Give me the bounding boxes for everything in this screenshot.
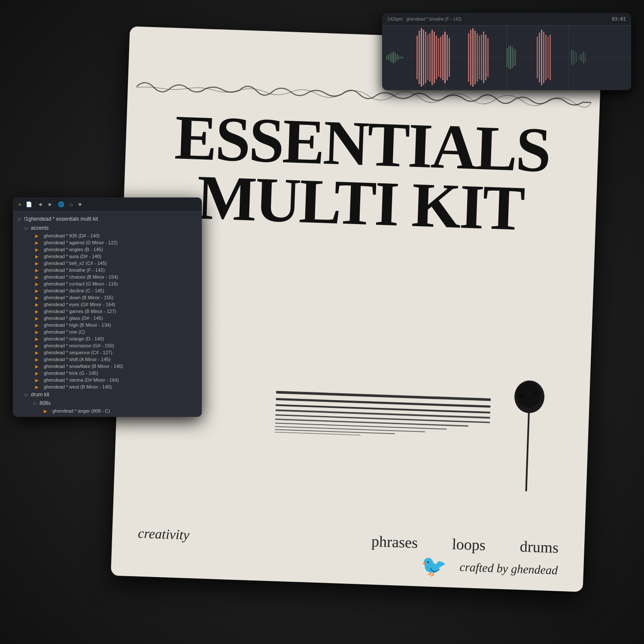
file-high[interactable]: ▶ ghendead * high (B Minor - 134) <box>20 322 202 328</box>
svg-rect-44 <box>449 38 450 77</box>
file-audio-icon: ▶ <box>35 337 41 341</box>
file-snowflake[interactable]: ▶ ghendead * snowflake (B Minor - 140) <box>20 363 202 370</box>
svg-rect-22 <box>392 52 392 62</box>
file-audio-icon: ▶ <box>35 316 41 321</box>
svg-rect-75 <box>585 52 586 62</box>
svg-rect-74 <box>583 52 584 64</box>
file-angles[interactable]: ▶ ghendead * angles (B - 145) <box>20 246 202 253</box>
file-orange[interactable]: ▶ ghendead * orange (D - 140) <box>20 335 202 342</box>
file-eyes[interactable]: ▶ ghendead * eyes (G# Minor - 164) <box>20 301 202 308</box>
root-folder-label: !1ghendead * essentials multi kit <box>24 216 98 222</box>
accents-section: ▷ accents ▶ ghendead * 935 (D# - 140) ▶ … <box>13 224 202 390</box>
file-audio-icon: ▶ <box>35 247 41 252</box>
file-resonance[interactable]: ▶ ghendead * resonance (G# - 150) <box>20 342 202 349</box>
file-shift[interactable]: ▶ ghendead * shift (A Minor - 145) <box>20 356 202 363</box>
svg-rect-29 <box>416 36 418 79</box>
file-audio-icon: ▶ <box>44 409 50 413</box>
folder-expand-icon: ▷ <box>18 216 21 222</box>
file-935[interactable]: ▶ ghendead * 935 (D# - 140) <box>20 232 202 239</box>
svg-rect-59 <box>513 49 514 67</box>
svg-rect-39 <box>438 38 439 77</box>
file-trick[interactable]: ▶ ghendead * trick (G - 145) <box>20 370 202 377</box>
svg-rect-28 <box>402 56 403 59</box>
svg-rect-41 <box>442 35 444 80</box>
svg-rect-26 <box>398 55 399 59</box>
ink-splatter <box>500 361 556 502</box>
svg-rect-68 <box>571 51 572 64</box>
808s-folder-label: 808s <box>39 400 51 406</box>
file-aura[interactable]: ▶ ghendead * aura (D# - 140) <box>20 253 202 260</box>
svg-rect-46 <box>470 30 471 85</box>
file-audio-icon: ▶ <box>35 385 41 389</box>
browser-content: ▷ !1ghendead * essentials multi kit ▷ ac… <box>13 212 202 417</box>
svg-rect-71 <box>576 53 577 62</box>
file-anger[interactable]: ▶ ghendead * anger (808 - C) <box>28 407 202 414</box>
svg-rect-34 <box>427 35 428 80</box>
svg-rect-53 <box>485 35 486 80</box>
file-browser: + 📄 ◄ ► 🌐 ⌂ ★ ▷ !1ghendead * essentials … <box>13 197 202 417</box>
file-one[interactable]: ▶ ghendead * one (C) <box>20 328 202 335</box>
root-folder[interactable]: ▷ !1ghendead * essentials multi kit <box>13 214 202 224</box>
file-down[interactable]: ▶ ghendead * down (B Minor - 155) <box>20 294 202 301</box>
svg-rect-37 <box>434 32 435 83</box>
svg-rect-65 <box>545 35 547 80</box>
browser-toolbar: + 📄 ◄ ► 🌐 ⌂ ★ <box>13 197 202 212</box>
file-audio-icon: ▶ <box>35 364 41 369</box>
add-icon[interactable]: + <box>18 201 21 208</box>
808s-folder-expand-icon: ▷ <box>33 401 37 406</box>
home-icon: ⌂ <box>70 201 73 207</box>
svg-rect-32 <box>423 30 424 85</box>
svg-rect-56 <box>508 46 509 68</box>
file-audio-icon: ▶ <box>35 275 41 279</box>
svg-rect-19 <box>386 55 387 59</box>
file-against[interactable]: ▶ ghendead * against (D Minor - 122) <box>20 239 202 246</box>
file-decline[interactable]: ▶ ghendead * decline (C - 145) <box>20 287 202 294</box>
file-audio-icon: ▶ <box>35 371 41 376</box>
808s-folder[interactable]: ▷ 808s <box>28 399 202 407</box>
file-games[interactable]: ▶ ghendead * games (B Minor - 127) <box>20 308 202 315</box>
accents-folder[interactable]: ▷ accents <box>20 224 202 232</box>
svg-rect-38 <box>436 36 437 79</box>
svg-rect-62 <box>539 33 540 82</box>
svg-rect-61 <box>537 36 538 78</box>
daw-panel: 142bpm ghendead * breathe (F - 142) 03:0… <box>382 13 631 90</box>
svg-rect-55 <box>507 48 507 67</box>
svg-rect-48 <box>474 31 476 85</box>
file-vienna[interactable]: ▶ ghendead * vienna (D# Minor - 164) <box>20 377 202 383</box>
svg-rect-51 <box>481 35 482 80</box>
drumkit-folder[interactable]: ▷ drum kit <box>20 390 202 399</box>
svg-rect-70 <box>574 52 575 64</box>
file-audio-icon: ▶ <box>35 261 41 266</box>
daw-bpm: 142bpm <box>387 17 403 21</box>
file-bell[interactable]: ▶ ghendead * bell_x2 (C# - 145) <box>20 260 202 267</box>
svg-rect-49 <box>477 33 478 82</box>
drumkit-folder-expand-icon: ▷ <box>25 392 28 398</box>
svg-rect-27 <box>400 57 401 59</box>
svg-rect-43 <box>447 35 448 80</box>
svg-line-0 <box>276 392 491 400</box>
deco-lines <box>274 388 499 449</box>
label-phrases: phrases <box>371 532 418 552</box>
svg-rect-23 <box>393 52 394 64</box>
file-audio-icon: ▶ <box>35 378 41 383</box>
star-icon[interactable]: ★ <box>78 201 82 207</box>
file-west[interactable]: ▶ ghendead * west (B Minor - 140) <box>20 383 202 390</box>
file-glass[interactable]: ▶ ghendead * glass (D# - 145) <box>20 315 202 322</box>
file-choices[interactable]: ▶ ghendead * choices (B Minor - 154) <box>20 273 202 280</box>
svg-rect-60 <box>515 49 516 65</box>
drumkit-section: ▷ drum kit ▷ 808s ▶ ghendead * anger (80… <box>13 390 202 414</box>
file-breathe[interactable]: ▶ ghendead * breathe (F - 142) <box>20 267 202 273</box>
svg-rect-45 <box>468 33 469 82</box>
file-contact[interactable]: ▶ ghendead * contact (G Minor - 116) <box>20 280 202 287</box>
svg-rect-40 <box>440 36 441 78</box>
prev-icon[interactable]: ◄ <box>37 201 43 207</box>
creativity-label: creativity <box>138 525 190 543</box>
file-audio-icon: ▶ <box>35 282 41 286</box>
svg-rect-31 <box>421 28 422 87</box>
next-icon[interactable]: ► <box>48 201 53 207</box>
file-sequence[interactable]: ▶ ghendead * sequence (C# - 127) <box>20 349 202 356</box>
svg-rect-30 <box>419 31 420 85</box>
accents-folder-icon: ▷ <box>25 225 28 231</box>
svg-rect-58 <box>512 47 513 68</box>
svg-rect-73 <box>581 54 582 61</box>
